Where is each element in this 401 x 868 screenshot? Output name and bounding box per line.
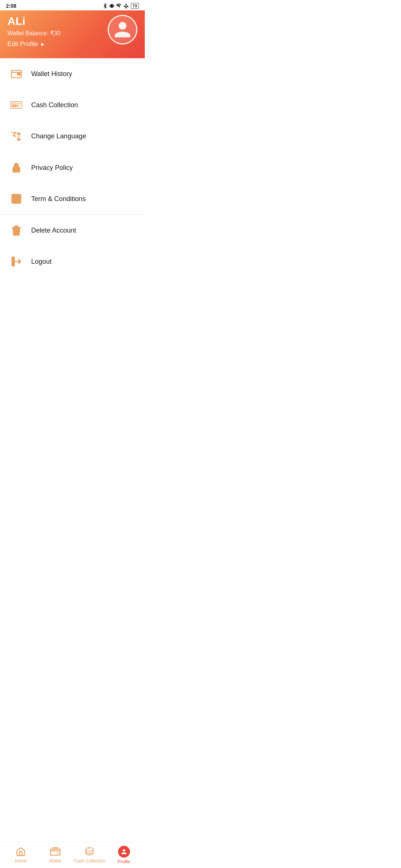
cash-collection-icon: 100 [9, 98, 24, 112]
privacy-policy-icon [9, 160, 24, 175]
menu-item-delete-account[interactable]: Delete Account [0, 215, 145, 246]
menu-item-change-language[interactable]: Change Language [0, 121, 145, 152]
svg-rect-1 [113, 5, 114, 7]
menu-list: Wallet History 100 Cash Collection [0, 58, 145, 277]
avatar-icon [113, 20, 132, 39]
status-time: 2:08 [6, 3, 16, 9]
menu-section-3: Delete Account Logout [0, 215, 145, 277]
terms-conditions-label: Term & Conditions [31, 195, 86, 203]
airplane-icon [123, 3, 129, 9]
status-bar: 2:08 73 [0, 0, 145, 10]
menu-section-2: Privacy Policy Term & Conditions [0, 152, 145, 215]
edit-profile-link[interactable]: Edit Profile ► [7, 40, 108, 48]
svg-point-14 [16, 169, 17, 170]
menu-item-cash-collection[interactable]: 100 Cash Collection [0, 89, 145, 121]
privacy-policy-label: Privacy Policy [31, 164, 73, 172]
header-content: ALi Wallet Balance: ₹30 Edit Profile ► [7, 15, 137, 48]
svg-point-6 [18, 73, 19, 75]
header-text: ALi Wallet Balance: ₹30 Edit Profile ► [7, 15, 108, 48]
cash-collection-label: Cash Collection [31, 101, 78, 109]
menu-item-privacy-policy[interactable]: Privacy Policy [0, 152, 145, 183]
edit-profile-label: Edit Profile [7, 40, 38, 48]
svg-text:100: 100 [13, 104, 18, 107]
bluetooth-icon [102, 3, 108, 9]
change-language-label: Change Language [31, 132, 86, 140]
svg-rect-2 [110, 4, 113, 7]
menu-item-wallet-history[interactable]: Wallet History [0, 58, 145, 89]
logout-label: Logout [31, 258, 52, 266]
terms-icon [9, 191, 24, 206]
delete-account-icon [9, 223, 24, 238]
svg-rect-0 [110, 5, 110, 7]
wallet-balance: Wallet Balance: ₹30 [7, 30, 108, 37]
menu-item-terms-conditions[interactable]: Term & Conditions [0, 183, 145, 214]
avatar[interactable] [108, 15, 137, 45]
vibrate-icon [109, 3, 114, 9]
battery-indicator: 73 [131, 3, 139, 9]
profile-header: ALi Wallet Balance: ₹30 Edit Profile ► [0, 10, 145, 58]
user-name: ALi [7, 15, 108, 27]
edit-profile-arrow-icon: ► [40, 41, 45, 47]
wifi-icon [116, 3, 122, 9]
wallet-history-icon [9, 66, 24, 81]
wallet-history-label: Wallet History [31, 70, 72, 78]
delete-account-label: Delete Account [31, 227, 76, 234]
menu-section-1: Wallet History 100 Cash Collection [0, 58, 145, 152]
status-icons: 73 [102, 3, 139, 9]
change-language-icon [9, 129, 24, 144]
logout-icon [9, 254, 24, 269]
menu-item-logout[interactable]: Logout [0, 246, 145, 277]
